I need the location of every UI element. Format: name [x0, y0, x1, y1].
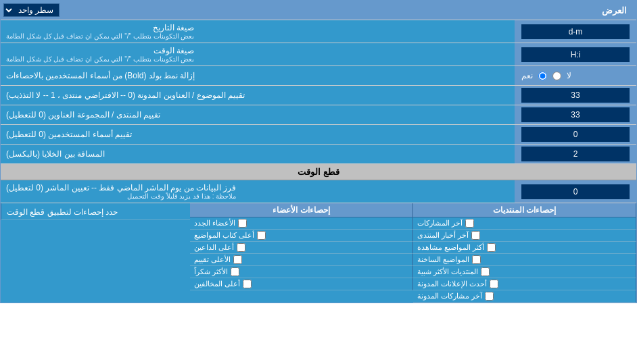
checkbox-col0-5[interactable] [490, 280, 498, 288]
topics-order-input-cell [515, 86, 636, 105]
topics-order-input[interactable] [521, 88, 630, 103]
date-format-row: صيغة التاريخ بعض التكوينات يتطلب "/" الت… [1, 20, 636, 43]
header-row: العرض سطر واحد سطرين [1, 1, 636, 20]
space-between-input-cell [515, 145, 636, 163]
forum-order-label: تقييم المنتدى / المجموعة العناوين (0 للت… [1, 105, 515, 124]
col-1-header: إحصاءات الأعضاء [190, 203, 413, 217]
list-item: أعلى كتاب المواضيع [190, 230, 413, 242]
time-format-label: صيغة الوقت بعض التكوينات يتطلب "/" التي … [1, 43, 515, 66]
stats-label-cell: حدد إحصاءات لتطبيق قطع الوقت [1, 203, 190, 220]
topics-order-label: تقييم الموضوع / العناوين المدونة (0 -- ا… [1, 86, 515, 105]
list-item: المواضيع الساخنة [413, 254, 636, 266]
radio-yes[interactable] [538, 72, 547, 80]
users-order-input[interactable] [521, 127, 630, 142]
main-container: العرض سطر واحد سطرين صيغة التاريخ بعض ال… [0, 0, 637, 303]
time-format-input-cell [515, 43, 636, 66]
checkbox-col0-0[interactable] [465, 219, 474, 228]
list-item: أكثر المواضيع مشاهدة [413, 242, 636, 254]
date-format-input-cell [515, 20, 636, 43]
stats-label: حدد إحصاءات لتطبيق قطع الوقت [7, 207, 118, 217]
topics-order-row: تقييم الموضوع / العناوين المدونة (0 -- ا… [1, 86, 636, 105]
checkbox-col1-2[interactable] [237, 243, 245, 252]
radio-yes-label: نعم [521, 71, 533, 80]
cut-label: فرز البيانات من يوم الماشر الماضي فقط --… [1, 180, 515, 203]
checkbox-col1-1[interactable] [257, 231, 266, 240]
list-item: أعلى الداعين [190, 242, 413, 254]
forum-order-input-cell [515, 105, 636, 124]
checkbox-col1-5[interactable] [243, 280, 252, 288]
list-item: آخر مشاركات المدونة [413, 290, 636, 303]
col-0-header: إحصاءات المنتديات [413, 203, 636, 217]
radio-no-label: لا [567, 71, 571, 80]
list-item: الأعلى تقييم [190, 254, 413, 266]
checkbox-col0-3[interactable] [472, 255, 481, 264]
checkbox-col0-2[interactable] [487, 243, 496, 252]
list-item: أعلى المخالفين [190, 278, 413, 290]
checkbox-col-0: إحصاءات المنتديات آخر المشاركات آخر أخبا… [413, 203, 636, 303]
page-title: العرض [64, 5, 634, 16]
users-order-input-cell [515, 125, 636, 144]
space-between-label: المسافة بين الخلايا (بالبكسل) [1, 145, 515, 163]
checkbox-col0-1[interactable] [471, 231, 480, 240]
radio-no[interactable] [552, 72, 561, 80]
forum-order-input[interactable] [521, 107, 630, 122]
checkboxes-area: حدد إحصاءات لتطبيق قطع الوقت إحصاءات الم… [1, 203, 636, 303]
checkbox-col0-6[interactable] [485, 292, 494, 301]
checkbox-col1-4[interactable] [231, 267, 239, 276]
space-between-row: المسافة بين الخلايا (بالبكسل) [1, 145, 636, 164]
time-format-row: صيغة الوقت بعض التكوينات يتطلب "/" التي … [1, 43, 636, 66]
checkbox-col-1: إحصاءات الأعضاء الأعضاء الجدد أعلى كتاب … [190, 203, 413, 303]
users-order-row: تقييم أسماء المستخدمين (0 للتعطيل) [1, 125, 636, 145]
time-format-input[interactable] [521, 47, 630, 62]
checkbox-col1-3[interactable] [233, 255, 242, 264]
bold-remove-label: إزالة نمط بولد (Bold) من أسماء المستخدمي… [1, 66, 515, 85]
list-item: المنتديات الأكثر شبية [413, 266, 636, 278]
bold-remove-row: إزالة نمط بولد (Bold) من أسماء المستخدمي… [1, 66, 636, 86]
list-item: آخر المشاركات [413, 217, 636, 230]
cut-section-header: قطع الوقت [1, 164, 636, 180]
cut-row: فرز البيانات من يوم الماشر الماضي فقط --… [1, 180, 636, 203]
list-item: الأعضاء الجدد [190, 217, 413, 230]
forum-order-row: تقييم المنتدى / المجموعة العناوين (0 للت… [1, 105, 636, 125]
date-format-input[interactable] [521, 24, 630, 39]
list-item: الأكثر شكراً [190, 266, 413, 278]
checkbox-col0-4[interactable] [481, 267, 490, 276]
list-item: أحدث الإعلانات المدونة [413, 278, 636, 290]
cut-input-cell [515, 180, 636, 203]
checkbox-col1-0[interactable] [238, 219, 247, 228]
users-order-label: تقييم أسماء المستخدمين (0 للتعطيل) [1, 125, 515, 144]
date-format-label: صيغة التاريخ بعض التكوينات يتطلب "/" الت… [1, 20, 515, 43]
bold-remove-radio-cell: لا نعم [515, 66, 636, 85]
cut-input[interactable] [521, 184, 630, 199]
list-item: آخر أخبار المنتدى [413, 230, 636, 242]
single-line-select[interactable]: سطر واحد سطرين [3, 3, 60, 17]
space-between-input[interactable] [521, 147, 630, 161]
checkboxes-columns: إحصاءات المنتديات آخر المشاركات آخر أخبا… [190, 203, 636, 303]
